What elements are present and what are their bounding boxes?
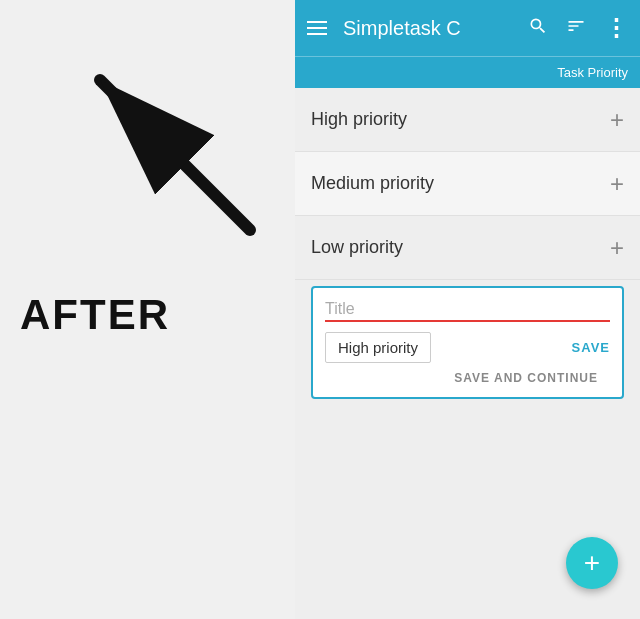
list-item[interactable]: Low priority + xyxy=(295,216,640,280)
top-bar: Simpletask C ⋮ xyxy=(295,0,640,56)
list-item[interactable]: Medium priority + xyxy=(295,152,640,216)
editor-row: High priority SAVE xyxy=(325,332,610,363)
save-button[interactable]: SAVE xyxy=(572,340,610,355)
fab-icon: + xyxy=(584,547,600,579)
suggestion-chip[interactable]: High priority xyxy=(325,332,431,363)
editor-card: High priority SAVE SAVE AND CONTINUE xyxy=(311,286,624,399)
low-priority-add-icon[interactable]: + xyxy=(610,234,624,262)
svg-line-1 xyxy=(100,80,250,230)
list-item[interactable]: High priority + xyxy=(295,88,640,152)
title-input[interactable] xyxy=(325,298,610,322)
editor-container: High priority SAVE SAVE AND CONTINUE + xyxy=(303,286,632,399)
filter-icon[interactable] xyxy=(566,16,586,41)
app-panel: Simpletask C ⋮ Task Priority High priori… xyxy=(295,0,640,619)
left-panel: AFTER xyxy=(0,0,295,619)
medium-priority-add-icon[interactable]: + xyxy=(610,170,624,198)
more-options-icon[interactable]: ⋮ xyxy=(604,14,628,42)
high-priority-add-icon[interactable]: + xyxy=(610,106,624,134)
medium-priority-label: Medium priority xyxy=(311,173,434,194)
arrow-graphic xyxy=(60,50,280,250)
app-title: Simpletask C xyxy=(343,17,512,40)
top-bar-actions: ⋮ xyxy=(528,14,628,42)
low-priority-label: Low priority xyxy=(311,237,403,258)
menu-icon[interactable] xyxy=(307,21,327,35)
task-priority-label: Task Priority xyxy=(557,65,628,80)
sub-bar: Task Priority xyxy=(295,56,640,88)
high-priority-label: High priority xyxy=(311,109,407,130)
after-label: AFTER xyxy=(20,291,170,339)
save-and-continue-button[interactable]: SAVE AND CONTINUE xyxy=(325,363,610,385)
search-icon[interactable] xyxy=(528,16,548,41)
fab-button[interactable]: + xyxy=(566,537,618,589)
